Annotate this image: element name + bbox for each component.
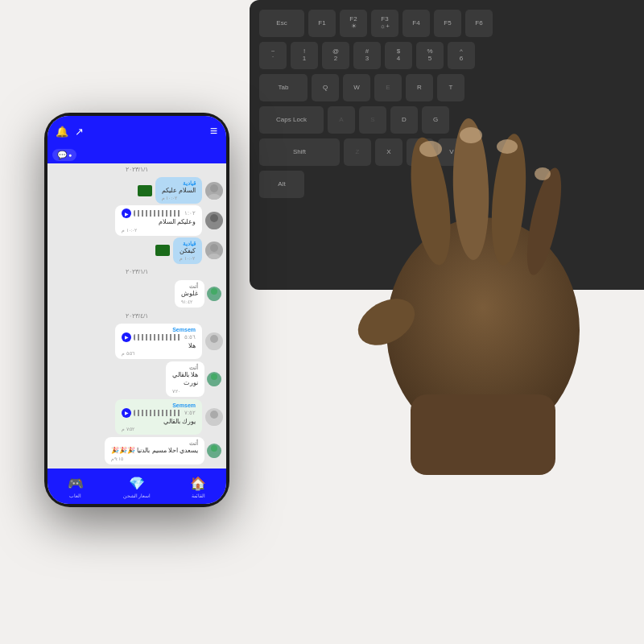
play-btn-2[interactable]: ▶ (122, 208, 131, 218)
key-shift[interactable]: Shift (259, 138, 340, 166)
tab-chat-label: ● (68, 152, 72, 158)
bubble-1: قيادية السلام عليكم ١٠:٠٢ م (155, 177, 202, 204)
key-4[interactable]: $4 (385, 42, 412, 69)
svg-point-12 (208, 194, 221, 200)
svg-point-13 (210, 214, 218, 222)
message-5: Semsem ▶ ٥:٥٦ هلا ٥:٥٦ م (51, 324, 223, 359)
bubble-time-5: ٥:٥٦ م (122, 350, 196, 356)
caps-lock-label: Caps Lock (276, 117, 307, 124)
svg-point-22 (209, 382, 219, 386)
bubble-8: أنت يسعدي احلا مسيم بالدنيا 🎉🎉🎉 ٩:١٥م (105, 437, 204, 464)
bubble-sender-1: قيادية (162, 180, 196, 187)
keyboard-caps-row: Caps Lock A S D G (259, 106, 634, 134)
play-btn-5[interactable]: ▶ (122, 332, 131, 342)
key-alt[interactable]: Alt (259, 171, 304, 198)
tab-active[interactable]: 💬 ● (52, 149, 76, 161)
key-t[interactable]: T (437, 74, 464, 101)
nav-games[interactable]: 🎮 العاب (68, 476, 84, 498)
bell-icon[interactable]: 🔔 (56, 126, 68, 138)
key-3[interactable]: #3 (353, 42, 381, 69)
key-c[interactable]: C (407, 138, 434, 166)
key-z[interactable]: Z (344, 138, 371, 166)
key-f6[interactable]: F6 (465, 10, 493, 37)
avatar-8 (207, 444, 221, 458)
key-backtick[interactable]: ~` (259, 42, 287, 69)
key-f4[interactable]: F4 (402, 10, 430, 37)
key-f2[interactable]: F2☀ (340, 10, 367, 37)
bubble-time-4: ٩١:٤٢ (181, 299, 198, 304)
home-icon: 🏠 (190, 476, 206, 491)
svg-point-11 (210, 184, 218, 192)
key-f3[interactable]: F3☼+ (371, 10, 398, 37)
wave-5 (134, 334, 182, 341)
key-v[interactable]: V (438, 138, 465, 166)
keyboard-bottom-row: Alt (259, 171, 634, 198)
svg-point-2 (350, 289, 423, 354)
message-4: أنت غلوش ٩١:٤٢ (51, 279, 223, 308)
menu-icon[interactable]: ≡ (210, 124, 218, 138)
nav-prices[interactable]: 💎 اسعار الشحن (123, 476, 151, 498)
key-w[interactable]: W (343, 74, 370, 101)
wave-2 (134, 210, 182, 217)
bubble-time-6: ٧:٢٠ (172, 388, 198, 394)
bubble-text-3: كيفكن (180, 247, 196, 255)
voice-duration-5: ٥:٥٦ (184, 334, 196, 341)
key-f5[interactable]: F5 (434, 10, 461, 37)
header-icons-left: 🔔 ↗ (56, 126, 84, 138)
svg-point-21 (211, 374, 217, 380)
key-esc[interactable]: Esc (259, 10, 304, 37)
home-label: القائمة (192, 493, 205, 498)
message-7: Semsem ▶ ٧:٥٢ يورك بالقالي ٧:٥٢ م (51, 399, 223, 435)
header-icons-right: ≡ (210, 124, 218, 138)
key-f1[interactable]: F1 (308, 10, 336, 37)
key-r[interactable]: R (406, 74, 433, 101)
keyboard-number-row: ~` !1 @2 #3 $4 %5 ^6 (259, 42, 634, 69)
nav-home[interactable]: 🏠 القائمة (190, 476, 206, 498)
voice-7: ▶ ٧:٥٢ (122, 408, 196, 418)
bubble-5: Semsem ▶ ٥:٥٦ هلا ٥:٥٦ م (115, 324, 202, 359)
tab-chat-icon: 💬 (57, 151, 67, 159)
key-tab[interactable]: Tab (259, 74, 308, 101)
keyboard: Esc F1 F2☀ F3☼+ F4 F5 F6 ~` !1 (250, 0, 644, 290)
key-x[interactable]: X (375, 138, 402, 166)
key-g[interactable]: G (422, 106, 449, 134)
bubble-text-2: وعليكم السلام (122, 218, 196, 226)
svg-point-16 (208, 254, 221, 259)
bubble-2: ▶ ١:٠٢ وعليكم السلام ١٠:٠٢ م (115, 205, 202, 235)
games-label: العاب (69, 493, 81, 498)
avatar-3 (205, 242, 223, 259)
key-2[interactable]: @2 (322, 42, 349, 69)
avatar-5 (205, 332, 223, 350)
key-d[interactable]: D (390, 106, 418, 134)
avatar-7 (205, 408, 223, 426)
bubble-text-5: هلا (122, 342, 196, 350)
sender-badge-1 (138, 185, 152, 196)
bubble-6: أنت هلا بالقالينورت ٧:٢٠ (166, 361, 204, 397)
voice-2: ▶ ١:٠٢ (122, 208, 196, 218)
keyboard-shift-row: Shift Z X C V (259, 138, 634, 166)
key-caps-lock[interactable]: Caps Lock (259, 106, 324, 134)
key-q[interactable]: Q (312, 74, 339, 101)
key-1[interactable]: !1 (291, 42, 318, 69)
svg-point-14 (208, 224, 221, 229)
key-6[interactable]: ^6 (448, 42, 475, 69)
key-e[interactable]: E (374, 74, 402, 101)
key-s[interactable]: S (359, 106, 386, 134)
key-5[interactable]: %5 (416, 42, 444, 69)
message-6: أنت هلا بالقالينورت ٧:٢٠ (51, 361, 223, 398)
sender-badge-3 (155, 245, 170, 256)
key-a[interactable]: A (328, 106, 355, 134)
bubble-text-1: السلام عليكم (162, 187, 196, 195)
bubble-text-4: غلوش (181, 290, 198, 298)
message-3: قيادية كيفكن ١٠:٠٢ م (51, 237, 223, 264)
play-btn-7[interactable]: ▶ (122, 408, 131, 418)
share-icon[interactable]: ↗ (75, 126, 84, 138)
bubble-text-6: هلا بالقالينورت (172, 371, 198, 388)
bubble-time-8: ٩:١٥م (111, 456, 198, 461)
svg-point-18 (209, 296, 219, 301)
app-header: 🔔 ↗ ≡ (47, 116, 226, 147)
bubble-sender-6: أنت (172, 365, 198, 371)
bubble-7: Semsem ▶ ٧:٥٢ يورك بالقالي ٧:٥٢ م (115, 399, 202, 435)
svg-point-25 (211, 445, 217, 452)
date-sep-1: ٢٠٢٣/١/١ (47, 163, 226, 175)
